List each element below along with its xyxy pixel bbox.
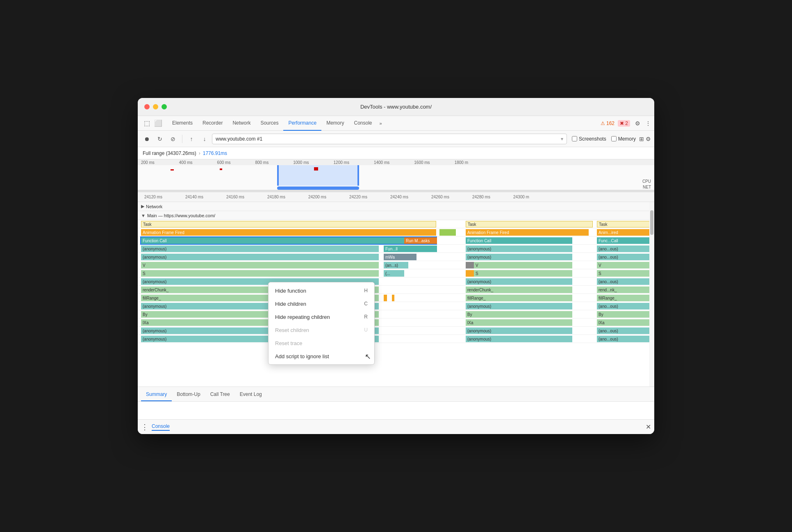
full-range-text: Full range (34307.26ms)	[143, 150, 196, 156]
memory-checkbox[interactable]	[611, 136, 617, 141]
ctx-hide-children[interactable]: Hide children C	[269, 297, 374, 310]
url-text: www.youtube.com #1	[216, 136, 262, 142]
ruler-24220: 24220 ms	[349, 195, 390, 199]
maximize-button[interactable]	[162, 104, 167, 109]
ctx-add-ignore[interactable]: Add script to ignore list ↖	[269, 350, 374, 363]
tab-bottom-up[interactable]: Bottom-Up	[172, 391, 205, 401]
func-bar-3: Func...Call	[597, 237, 650, 244]
tab-event-log[interactable]: Event Log	[235, 391, 267, 401]
console-more-icon[interactable]: ⋮	[141, 423, 148, 431]
performance-toolbar: ⏺ ↻ ⊘ ↑ ↓ www.youtube.com #1 ▾ Screensho…	[138, 131, 654, 147]
network-expand-icon: ▶	[141, 204, 144, 209]
tl-1: 400 ms	[179, 160, 193, 165]
memory-checkbox-group: Memory	[611, 136, 636, 142]
track-render[interactable]: renderChunk_ renderChunk_ rend...nk_	[138, 286, 654, 294]
ruler-24200: 24200 ms	[308, 195, 349, 199]
screenshots-checkbox-group: Screenshots	[572, 136, 606, 142]
more-tabs-button[interactable]: »	[377, 121, 385, 126]
track-function[interactable]: Function Call Run M...asks Function Call…	[138, 236, 654, 245]
tl-7: 1600 ms	[414, 160, 430, 165]
task-bar-1: Task	[141, 221, 436, 227]
window-title: DevTools - www.youtube.com/	[360, 104, 432, 110]
bottom-tabs: Summary Bottom-Up Call Tree Event Log	[138, 387, 654, 402]
anon-bar-1b: (anonymous)	[466, 246, 572, 252]
tab-console[interactable]: Console	[349, 116, 377, 131]
flame-content[interactable]: ▶ Network ▼ Main — https://www.youtube.c…	[138, 202, 654, 386]
screenshots-label: Screenshots	[579, 136, 606, 142]
track-anon4[interactable]: (anonymous) (anonymous) (ano...ous)	[138, 302, 654, 310]
tab-summary[interactable]: Summary	[141, 391, 172, 401]
s-bar-1: S	[141, 270, 379, 277]
vertical-scrollbar[interactable]	[649, 202, 654, 386]
tl-6: 1400 ms	[374, 160, 389, 165]
fill-bar-3: fillRange_	[597, 295, 650, 301]
close-button[interactable]	[144, 104, 150, 109]
tabs-bar: ⬚ ⬜ Elements Recorder Network Sources Pe…	[138, 116, 654, 131]
track-animation[interactable]: Animation Frame Fired Animation Frame Fi…	[138, 228, 654, 236]
tab-performance[interactable]: Performance	[283, 116, 321, 131]
refresh-button[interactable]: ↻	[154, 133, 166, 145]
tab-network[interactable]: Network	[228, 116, 255, 131]
tab-memory[interactable]: Memory	[321, 116, 349, 131]
track-anon5[interactable]: (anonymous) (anonymous) (ano...ous)	[138, 327, 654, 335]
ctx-hide-function[interactable]: Hide function H	[269, 284, 374, 297]
console-close-button[interactable]: ✕	[646, 423, 651, 431]
ctx-reset-children-label: Reset children	[275, 327, 309, 333]
track-anon1[interactable]: (anonymous) Fun...ll (anonymous) (ano...…	[138, 245, 654, 253]
minimize-button[interactable]	[153, 104, 158, 109]
screenshot-icon[interactable]: ⊞	[639, 136, 644, 142]
ruler-24140: 24140 ms	[185, 195, 226, 199]
svg-rect-4	[171, 169, 174, 171]
device-icon[interactable]: ⬜	[152, 118, 164, 129]
vertical-scrollbar-thumb[interactable]	[650, 210, 653, 235]
inspect-icon[interactable]: ⬚	[141, 118, 152, 129]
fun-ll: Fun...ll	[384, 246, 437, 252]
tab-call-tree[interactable]: Call Tree	[205, 391, 235, 401]
tl-8: 1800 m	[455, 160, 468, 165]
overview-timeline: 200 ms 400 ms 600 ms 800 ms 1000 ms 1200…	[138, 159, 654, 165]
ruler-24120: 24120 ms	[144, 195, 185, 199]
track-v[interactable]: V (an...s) V V	[138, 261, 654, 269]
screenshots-checkbox[interactable]	[572, 136, 577, 141]
track-anon3[interactable]: (anonymous) (anonymous) (ano...ous)	[138, 277, 654, 286]
main-expand-icon: ▼	[141, 213, 146, 218]
overview-panel[interactable]: 200 ms 400 ms 600 ms 800 ms 1000 ms 1200…	[138, 159, 654, 192]
ctx-reset-trace-label: Reset trace	[275, 340, 302, 346]
network-section-label[interactable]: ▶ Network	[138, 202, 654, 211]
console-label[interactable]: Console	[152, 423, 170, 431]
tl-4: 1000 ms	[293, 160, 309, 165]
tab-sources[interactable]: Sources	[255, 116, 283, 131]
upload-button[interactable]: ↑	[186, 133, 197, 145]
s-bar-2: S	[474, 270, 572, 277]
track-lxa[interactable]: lXa lXa lXa	[138, 318, 654, 327]
memory-label: Memory	[618, 136, 636, 142]
more-options-icon[interactable]: ⋮	[645, 120, 651, 127]
track-anon2[interactable]: (anonymous) mWa (anonymous) (ano...ous)	[138, 253, 654, 261]
track-by[interactable]: By By By	[138, 310, 654, 318]
ctx-add-ignore-label: Add script to ignore list	[275, 353, 329, 359]
fill-bar-2: fillRange_	[466, 295, 572, 301]
track-task[interactable]: Task Task Task	[138, 220, 654, 228]
tab-recorder[interactable]: Recorder	[198, 116, 228, 131]
ctx-hide-repeating[interactable]: Hide repeating children R	[269, 310, 374, 323]
settings-icon[interactable]: ⚙	[635, 120, 640, 127]
anon-bar-3c: (ano...ous)	[597, 278, 650, 285]
ruler-24300: 24300 m	[513, 195, 529, 199]
ruler-24240: 24240 ms	[390, 195, 431, 199]
download-button[interactable]: ↓	[199, 133, 210, 145]
tl-5: 1200 ms	[334, 160, 349, 165]
toolbar-settings-icon[interactable]: ⚙	[646, 136, 651, 142]
main-section-label[interactable]: ▼ Main — https://www.youtube.com/	[138, 211, 654, 220]
anon-bar-4c: (ano...ous)	[597, 303, 650, 309]
anon-bar-2c: (ano...ous)	[597, 254, 650, 260]
cursor-icon: ↖	[365, 352, 371, 361]
anon-bar-3b: (anonymous)	[466, 278, 572, 285]
anon-bar-1c: (ano...ous)	[597, 246, 650, 252]
tab-elements[interactable]: Elements	[167, 116, 198, 131]
track-s[interactable]: S (... S S	[138, 269, 654, 277]
clear-button[interactable]: ⊘	[167, 133, 179, 145]
track-fill[interactable]: fillRange_ fillRange_ fillRange_	[138, 294, 654, 302]
record-button[interactable]: ⏺	[141, 133, 152, 145]
track-anon6[interactable]: (anonymous) (anonymous) (ano...ous)	[138, 335, 654, 343]
url-selector[interactable]: www.youtube.com #1 ▾	[212, 134, 567, 144]
